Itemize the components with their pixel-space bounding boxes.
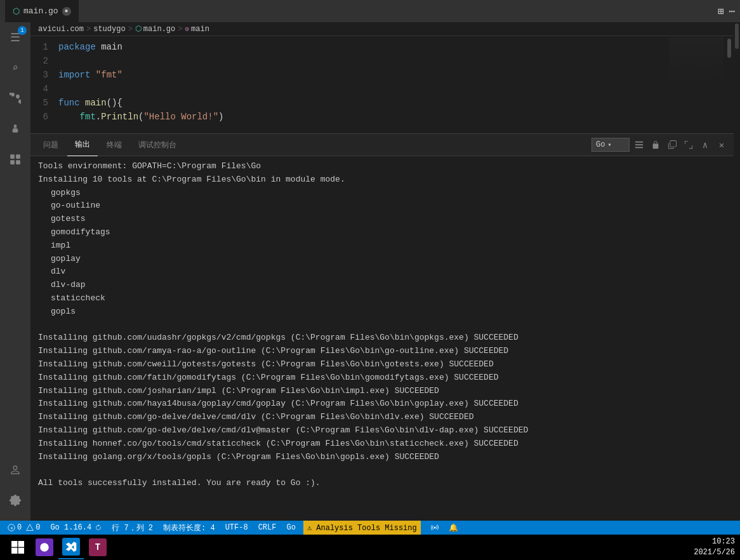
tab-close-button[interactable]: ● — [62, 7, 71, 16]
tab-debug-console-label: 调试控制台 — [138, 140, 176, 150]
sidebar-item-search[interactable]: ⌕ — [0, 53, 30, 83]
output-line-5: gomodifytags — [38, 226, 726, 239]
breadcrumb-symbol-text: main — [191, 25, 209, 34]
taskbar-purple-icon — [36, 538, 53, 556]
breadcrumb-studygo[interactable]: studygo — [93, 25, 125, 34]
output-line-install-9: Installing golang.org/x/tools/gopls (C:\… — [38, 451, 726, 464]
output-line-6: impl — [38, 239, 726, 253]
breadcrumb-root[interactable]: avicui.com — [38, 25, 84, 34]
status-line-ending[interactable]: CRLF — [256, 521, 279, 535]
main-scrollbar[interactable] — [734, 22, 740, 521]
taskbar-app-t[interactable]: T — [85, 535, 110, 559]
warning-count: 0 — [36, 523, 40, 532]
position-text: 行 7，列 2 — [112, 523, 153, 533]
maximize-icon — [684, 140, 693, 149]
copy-icon — [668, 140, 677, 149]
output-line-2: gopkgs — [38, 187, 726, 200]
layout-icon[interactable]: ⊞ — [718, 5, 724, 18]
more-actions-icon[interactable]: ⋯ — [729, 5, 735, 18]
editor-tab[interactable]: ⬡ main.go ● — [5, 0, 79, 22]
output-line-install-8: Installing honnef.co/go/tools/cmd/static… — [38, 437, 726, 451]
output-line-install-4: Installing github.com/josharian/impl (C:… — [38, 385, 726, 398]
status-notifications[interactable]: 🔔 — [446, 521, 461, 535]
panel: 问题 输出 终端 调试控制台 Go ▾ — [30, 133, 734, 521]
account-icon-button[interactable] — [0, 455, 30, 485]
tab-debug-console[interactable]: 调试控制台 — [131, 134, 184, 156]
taskbar-t-icon: T — [89, 538, 107, 556]
output-line-install-0: Installing github.com/uudashr/gopkgs/v2/… — [38, 331, 726, 345]
panel-tabs: 问题 输出 终端 调试控制台 Go ▾ — [30, 134, 734, 156]
status-language[interactable]: Go — [284, 521, 298, 535]
output-line-4: gotests — [38, 213, 726, 226]
search-icon: ⌕ — [12, 62, 18, 74]
editor-scrollbar[interactable] — [725, 36, 734, 133]
status-encoding[interactable]: UTF-8 — [223, 521, 251, 535]
output-line-9: dlv-dap — [38, 279, 726, 292]
taskbar-app-vscode[interactable] — [58, 535, 84, 559]
code-line-1: package main — [56, 40, 668, 54]
code-line-4 — [56, 82, 668, 96]
svg-rect-0 — [10, 154, 15, 159]
tab-terminal[interactable]: 终端 — [99, 134, 129, 156]
svg-rect-1 — [16, 154, 20, 159]
breadcrumb-file[interactable]: ⬡ main.go — [135, 24, 175, 34]
panel-collapse-button[interactable]: ∧ — [698, 138, 712, 152]
output-source-dropdown[interactable]: Go ▾ — [591, 138, 630, 152]
output-line-install-6: Installing github.com/go-delve/delve/cmd… — [38, 411, 726, 424]
output-line-install-3: Installing github.com/fatih/gomodifytags… — [38, 371, 726, 385]
settings-icon-button[interactable] — [0, 485, 30, 516]
breadcrumb-symbol-icon: ⊙ — [185, 25, 189, 33]
encoding-text: UTF-8 — [225, 523, 248, 532]
copy-output-button[interactable] — [665, 138, 679, 152]
taskbar-app1-icon — [39, 542, 50, 553]
code-content[interactable]: package main import "fmt" func main(){ f… — [56, 36, 668, 133]
tab-terminal-label: 终端 — [107, 140, 122, 150]
tab-output[interactable]: 输出 — [67, 134, 98, 156]
output-line-8: dlv — [38, 265, 726, 279]
status-tab-size[interactable]: 制表符长度: 4 — [161, 521, 218, 535]
svg-text:✕: ✕ — [10, 526, 13, 531]
windows-icon — [11, 541, 24, 554]
status-position[interactable]: 行 7，列 2 — [109, 521, 155, 535]
clear-output-button[interactable] — [632, 138, 646, 152]
debug-icon — [10, 123, 21, 135]
sidebar-item-debug[interactable] — [0, 114, 30, 144]
breadcrumb-root-text: avicui.com — [38, 25, 84, 34]
output-source-label: Go — [596, 140, 605, 149]
sync-icon — [95, 524, 102, 531]
sidebar-item-extensions[interactable] — [0, 144, 30, 175]
output-line-install-7: Installing github.com/go-delve/delve/cmd… — [38, 424, 726, 437]
svg-rect-6 — [635, 147, 643, 149]
sidebar-item-explorer[interactable]: ☰ 1 — [0, 22, 30, 53]
lock-output-button[interactable] — [649, 138, 663, 152]
minimap — [668, 36, 725, 133]
editor-scrollbar-thumb[interactable] — [727, 39, 731, 58]
breadcrumb-symbol[interactable]: ⊙ main — [185, 25, 209, 34]
code-editor[interactable]: 1 2 3 4 5 6 package main import "fmt" fu… — [30, 36, 734, 133]
output-line-3: go-outline — [38, 199, 726, 213]
taskbar-app-purple[interactable] — [32, 535, 57, 559]
sidebar-item-source-control[interactable] — [0, 83, 30, 114]
svg-rect-2 — [10, 160, 15, 164]
taskbar-clock: 10:23 — [694, 537, 735, 547]
svg-point-9 — [40, 543, 49, 552]
extensions-icon — [10, 154, 21, 165]
tab-problems[interactable]: 问题 — [36, 134, 66, 156]
main-layout: ☰ 1 ⌕ — [0, 22, 740, 521]
status-errors[interactable]: ✕ 0 0 — [5, 521, 43, 535]
main-scrollbar-thumb[interactable] — [735, 23, 739, 49]
status-analysis-warning[interactable]: ⚠ Analysis Tools Missing — [303, 521, 421, 535]
account-icon — [10, 464, 21, 476]
activity-bar-bottom — [0, 455, 30, 521]
go-file-icon: ⬡ — [13, 6, 20, 17]
tab-output-label: 输出 — [75, 139, 90, 150]
status-go-version[interactable]: Go 1.16.4 — [48, 521, 104, 535]
breadcrumb-file-icon: ⬡ — [135, 24, 142, 34]
taskbar-windows-button[interactable] — [5, 535, 30, 559]
panel-close-button[interactable]: ✕ — [715, 138, 729, 152]
panel-maximize-button[interactable] — [682, 138, 696, 152]
close-icon: ✕ — [719, 140, 724, 150]
list-icon — [635, 140, 644, 149]
panel-output-content[interactable]: Tools environment: GOPATH=C:\Program Fil… — [30, 156, 734, 521]
status-remote-icon[interactable] — [428, 521, 441, 535]
